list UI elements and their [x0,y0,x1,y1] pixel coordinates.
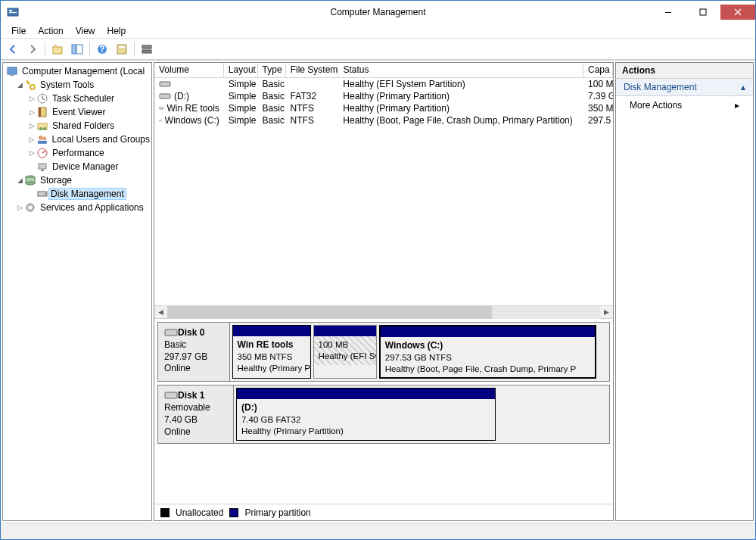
maximize-button[interactable] [686,5,720,20]
partition[interactable]: Win RE tools350 MB NTFSHealthy (Primary … [232,325,311,379]
tree-system-tools[interactable]: ◢ System Tools [3,78,151,92]
performance-icon [36,147,48,159]
expand-icon[interactable]: ▷ [27,122,36,130]
legend-unallocated: Unallocated [176,507,223,518]
volume-row[interactable]: Windows (C:)SimpleBasicNTFSHealthy (Boot… [154,114,613,126]
expand-icon[interactable]: ▷ [27,95,36,102]
svg-point-31 [26,182,35,185]
partition[interactable]: 100 MBHealthy (EFI Sys [313,325,377,379]
more-actions[interactable]: More Actions ▸ [616,96,753,114]
svg-rect-3 [665,12,671,13]
menu-file[interactable]: File [5,24,32,38]
show-hide-tree-button[interactable] [68,40,86,58]
col-capacity[interactable]: Capa [583,63,613,77]
back-button[interactable] [4,40,22,58]
scroll-right-button[interactable]: ▶ [600,306,613,319]
chevron-right-icon: ▸ [735,100,739,111]
menu-view[interactable]: View [70,24,101,38]
forward-button[interactable] [23,40,42,58]
menu-help[interactable]: Help [101,24,132,38]
expand-icon[interactable]: ▷ [15,204,24,211]
svg-rect-14 [8,67,17,74]
tree-services[interactable]: ▷ Services and Applications [3,201,151,214]
svg-point-21 [39,127,42,130]
svg-rect-5 [53,47,62,54]
toolbar-separator [134,42,135,57]
close-button[interactable] [720,5,755,20]
tree-device-manager[interactable]: ▷ Device Manager [3,160,151,173]
main-area: Computer Management (Local ◢ System Tool… [1,60,755,523]
volume-row[interactable]: Win RE toolsSimpleBasicNTFSHealthy (Prim… [154,102,613,114]
disk-block: Disk 0Basic297.97 GBOnlineWin RE tools35… [157,322,610,382]
tree-disk-management[interactable]: ▷ Disk Management [3,187,151,201]
svg-rect-2 [9,12,17,13]
partition[interactable]: (D:)7.40 GB FAT32Healthy (Primary Partit… [236,388,496,440]
status-bar [1,523,755,539]
volume-row[interactable]: SimpleBasicHealthy (EFI System Partition… [154,78,613,90]
collapse-icon[interactable]: ◢ [15,81,24,89]
svg-rect-19 [39,108,41,117]
disk-graphical-view: Disk 0Basic297.97 GBOnlineWin RE tools35… [154,318,613,504]
svg-rect-25 [38,141,47,144]
actions-section-label: Disk Management [624,82,697,92]
tree-shared-folders[interactable]: ▷ Shared Folders [3,119,151,133]
col-status[interactable]: Status [338,63,583,77]
col-volume[interactable]: Volume [154,63,224,77]
tree-performance[interactable]: ▷ Performance [3,146,151,160]
legend-swatch-primary [229,508,238,517]
center-pane: Volume Layout Type File System Status Ca… [154,62,614,521]
col-type[interactable]: Type [258,63,286,77]
scroll-thumb[interactable] [167,306,492,319]
disk-info[interactable]: Disk 1Removable7.40 GBOnline [158,385,234,442]
tree-storage[interactable]: ◢ Storage [3,173,151,187]
properties-button[interactable] [113,40,131,58]
expand-icon[interactable]: ▷ [27,108,36,116]
scroll-left-button[interactable]: ◀ [154,306,167,319]
minimize-button[interactable] [651,5,686,20]
partition[interactable]: Windows (C:)297.53 GB NTFSHealthy (Boot,… [379,325,596,379]
volume-list[interactable]: SimpleBasicHealthy (EFI System Partition… [154,78,613,126]
tree-root[interactable]: Computer Management (Local [3,64,151,78]
toolbar-separator [45,42,45,57]
svg-point-24 [42,137,46,141]
gear-icon [24,201,36,214]
svg-point-35 [29,206,32,209]
svg-rect-7 [76,45,82,54]
volume-list-empty [154,126,613,305]
svg-rect-1 [9,10,12,11]
up-button[interactable] [48,40,67,58]
collapse-icon[interactable]: ◢ [15,176,24,184]
menu-bar: File Action View Help [1,23,755,39]
refresh-button[interactable] [138,40,156,58]
users-icon [36,133,48,145]
partitions: (D:)7.40 GB FAT32Healthy (Primary Partit… [234,385,609,442]
actions-section[interactable]: Disk Management ▴ [616,79,753,96]
svg-point-22 [43,127,46,130]
tree-task-scheduler[interactable]: ▷ Task Scheduler [3,92,151,105]
help-button[interactable]: ? [93,40,111,58]
device-icon [36,161,48,173]
nav-tree[interactable]: Computer Management (Local ◢ System Tool… [2,62,152,521]
actions-header: Actions [616,63,753,79]
svg-text:?: ? [99,44,104,55]
menu-action[interactable]: Action [32,24,69,38]
app-icon [7,6,19,18]
book-icon [36,106,48,118]
volume-row[interactable]: (D:)SimpleBasicFAT32Healthy (Primary Par… [154,90,613,102]
col-filesystem[interactable]: File System [286,63,339,77]
collapse-icon: ▴ [741,82,745,92]
tree-local-users[interactable]: ▷ Local Users and Groups [3,133,151,146]
expand-icon[interactable]: ▷ [27,136,36,143]
scroll-track[interactable] [167,306,600,319]
disk-info[interactable]: Disk 0Basic297.97 GBOnline [158,323,230,381]
legend: Unallocated Primary partition [154,504,613,520]
expand-icon[interactable]: ▷ [27,149,36,157]
disk-icon [36,188,48,200]
clock-icon [36,92,48,105]
horizontal-scrollbar[interactable]: ◀ ▶ [154,305,613,318]
svg-point-23 [39,136,43,140]
toolbar: ? [1,39,755,60]
tree-event-viewer[interactable]: ▷ Event Viewer [3,105,151,119]
col-layout[interactable]: Layout [224,63,258,77]
window-title: Computer Management [330,7,425,17]
